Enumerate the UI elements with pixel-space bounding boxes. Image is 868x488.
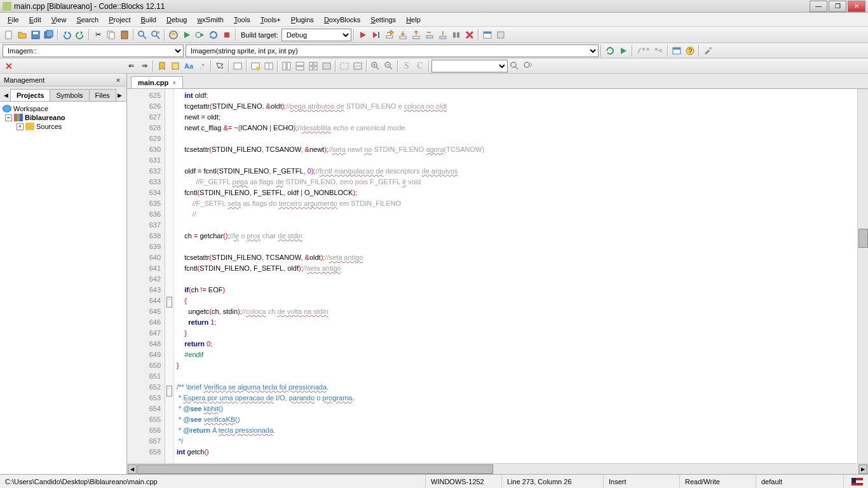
text-format-button[interactable]: Aa bbox=[182, 60, 195, 72]
run-button[interactable] bbox=[180, 29, 193, 41]
build-button[interactable] bbox=[167, 29, 180, 41]
svg-point-13 bbox=[157, 31, 159, 34]
hscroll-right-button[interactable]: ▶ bbox=[858, 464, 867, 474]
save-all-button[interactable] bbox=[43, 29, 55, 41]
build-run-button[interactable] bbox=[194, 29, 207, 41]
open-file-button[interactable] bbox=[16, 29, 29, 41]
step-into-button[interactable] bbox=[397, 29, 409, 41]
next-instr-button[interactable] bbox=[423, 29, 436, 41]
save-button[interactable] bbox=[29, 29, 42, 41]
minimize-button[interactable]: — bbox=[810, 1, 827, 12]
menu-tools[interactable]: Tools bbox=[229, 15, 255, 25]
menu-debug[interactable]: Debug bbox=[161, 15, 192, 25]
zoom-in-button[interactable] bbox=[369, 60, 382, 72]
tree-folder-sources[interactable]: +Sources bbox=[3, 122, 124, 131]
debug-start-button[interactable] bbox=[356, 29, 369, 41]
undo-button[interactable] bbox=[60, 29, 73, 41]
select-button[interactable] bbox=[214, 60, 226, 72]
step-out-button[interactable] bbox=[410, 29, 423, 41]
win-4-button[interactable] bbox=[280, 60, 293, 72]
maximize-button[interactable]: ❐ bbox=[829, 1, 846, 12]
expand-icon[interactable]: − bbox=[5, 114, 12, 121]
function-select[interactable]: Imagem(string sprite, int px, int py) bbox=[186, 44, 599, 57]
clear-button[interactable] bbox=[3, 60, 15, 72]
doxy-extract-button[interactable] bbox=[617, 44, 630, 57]
tree-workspace[interactable]: Workspace bbox=[3, 104, 124, 113]
doxy-run-button[interactable] bbox=[604, 44, 616, 57]
vscroll-thumb[interactable] bbox=[858, 229, 868, 248]
new-file-button[interactable] bbox=[3, 29, 15, 41]
replace-button[interactable] bbox=[149, 29, 162, 41]
doxy-html-button[interactable] bbox=[670, 44, 683, 57]
vertical-scrollbar[interactable] bbox=[857, 89, 868, 463]
menu-search[interactable]: Search bbox=[71, 15, 104, 25]
doxy-config-button[interactable] bbox=[702, 44, 714, 57]
menu-plugins[interactable]: Plugins bbox=[286, 15, 319, 25]
scope-select[interactable]: Imagem:: bbox=[3, 44, 184, 57]
win-7-button[interactable] bbox=[320, 60, 333, 72]
menu-edit[interactable]: Edit bbox=[24, 15, 46, 25]
nav-forward-button[interactable]: ⇒ bbox=[138, 60, 151, 72]
next-line-button[interactable] bbox=[383, 29, 396, 41]
paste-button[interactable] bbox=[118, 29, 131, 41]
editor-tab-close-icon[interactable]: × bbox=[172, 79, 176, 86]
menu-project[interactable]: Project bbox=[104, 15, 135, 25]
tab-files[interactable]: Files bbox=[89, 89, 116, 101]
close-button[interactable]: ✕ bbox=[848, 1, 865, 12]
tab-nav-left[interactable]: ◀ bbox=[1, 90, 10, 101]
tab-projects[interactable]: Projects bbox=[10, 89, 50, 101]
menu-build[interactable]: Build bbox=[136, 15, 161, 25]
menu-file[interactable]: File bbox=[3, 15, 24, 25]
source-button[interactable]: S bbox=[400, 60, 413, 72]
copy-button[interactable] bbox=[105, 29, 118, 41]
menu-wxsmith[interactable]: wxSmith bbox=[192, 15, 229, 25]
win-2-button[interactable] bbox=[249, 60, 262, 72]
code-editor[interactable]: int oldf; tcgetattr(STDIN_FILENO, &oldt)… bbox=[174, 89, 857, 463]
zoom-out-button[interactable] bbox=[383, 60, 395, 72]
win-8-button[interactable] bbox=[338, 60, 351, 72]
editor-tab-main[interactable]: main.cpp × bbox=[131, 76, 183, 88]
step-into-instr-button[interactable] bbox=[437, 29, 449, 41]
win-5-button[interactable] bbox=[294, 60, 306, 72]
stop-debug-button[interactable] bbox=[463, 29, 476, 41]
c-button[interactable]: C bbox=[414, 60, 426, 72]
menu-settings[interactable]: Settings bbox=[365, 15, 401, 25]
bookmark-button[interactable] bbox=[156, 60, 168, 72]
menu-doxyblocks[interactable]: DoxyBlocks bbox=[319, 15, 365, 25]
abort-button[interactable] bbox=[220, 29, 233, 41]
menu-view[interactable]: View bbox=[46, 15, 72, 25]
fold-column[interactable]: −− bbox=[165, 89, 174, 463]
search-opts-button[interactable] bbox=[522, 60, 534, 72]
tab-nav-right[interactable]: ▶ bbox=[116, 90, 125, 101]
menu-help[interactable]: Help bbox=[401, 15, 426, 25]
project-tree[interactable]: Workspace −Biblaureano +Sources bbox=[0, 102, 126, 474]
win-3-button[interactable] bbox=[262, 60, 275, 72]
hscroll-thumb[interactable] bbox=[137, 464, 493, 474]
expand-icon[interactable]: + bbox=[17, 123, 24, 130]
cut-button[interactable]: ✂ bbox=[92, 29, 104, 41]
doxy-help-button[interactable]: ? bbox=[684, 44, 696, 57]
win-1-button[interactable] bbox=[231, 60, 244, 72]
win-9-button[interactable] bbox=[351, 60, 364, 72]
rebuild-button[interactable] bbox=[207, 29, 220, 41]
horizontal-scrollbar[interactable]: ◀ ▶ bbox=[127, 463, 868, 474]
win-6-button[interactable] bbox=[307, 60, 320, 72]
build-target-select[interactable]: Debug bbox=[281, 29, 351, 41]
break-button[interactable]: ▮▮ bbox=[450, 29, 463, 41]
highlight-button[interactable] bbox=[169, 60, 182, 72]
search-combo[interactable] bbox=[431, 60, 508, 72]
menu-tools+[interactable]: Tools+ bbox=[255, 15, 286, 25]
info-button[interactable] bbox=[494, 29, 507, 41]
search-go-button[interactable] bbox=[508, 60, 521, 72]
management-close-icon[interactable]: × bbox=[114, 76, 123, 84]
run-to-cursor-button[interactable] bbox=[370, 29, 383, 41]
tree-project[interactable]: −Biblaureano bbox=[3, 113, 124, 122]
hscroll-left-button[interactable]: ◀ bbox=[128, 464, 137, 474]
find-button[interactable] bbox=[136, 29, 149, 41]
doxy-comment-button[interactable]: /** *< bbox=[635, 44, 665, 57]
tab-symbols[interactable]: Symbols bbox=[50, 89, 89, 101]
debug-windows-button[interactable] bbox=[481, 29, 494, 41]
redo-button[interactable] bbox=[74, 29, 86, 41]
regex-button[interactable]: .* bbox=[196, 60, 208, 72]
nav-back-button[interactable]: ⇐ bbox=[125, 60, 137, 72]
